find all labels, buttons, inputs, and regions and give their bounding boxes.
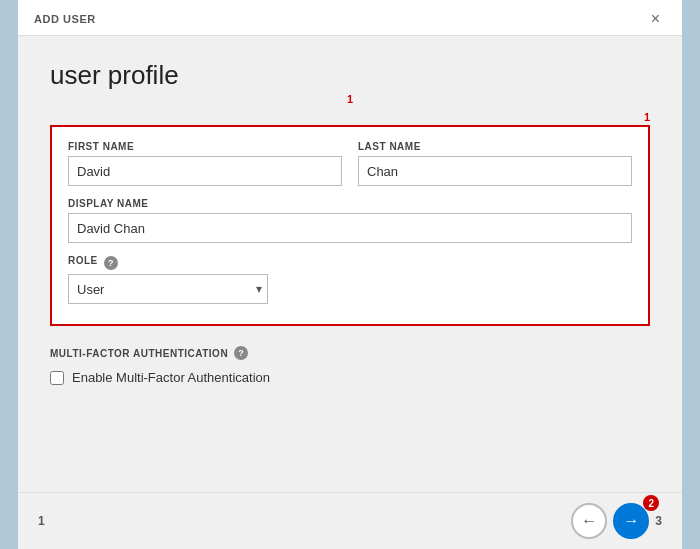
next-button[interactable]: → (613, 503, 649, 539)
mfa-title: MULTI-FACTOR AUTHENTICATION (50, 348, 228, 359)
display-name-row: DISPLAY NAME (68, 198, 632, 243)
role-row: ROLE ? User Admin Guest ▾ (68, 255, 632, 304)
first-name-label: FIRST NAME (68, 141, 342, 152)
dialog-content: user profile 1 1 FIRST NAME LAST NAME DI… (18, 36, 682, 492)
role-select-wrapper: User Admin Guest ▾ (68, 274, 268, 304)
user-profile-section: FIRST NAME LAST NAME DISPLAY NAME (50, 125, 650, 326)
first-name-group: FIRST NAME (68, 141, 342, 186)
first-name-input[interactable] (68, 156, 342, 186)
mfa-label-row: MULTI-FACTOR AUTHENTICATION ? (50, 346, 650, 360)
last-name-group: LAST NAME (358, 141, 632, 186)
mfa-help-icon[interactable]: ? (234, 346, 248, 360)
close-button[interactable]: × (645, 9, 666, 29)
dialog-footer: 1 ← → 2 3 (18, 492, 682, 549)
back-button[interactable]: ← (571, 503, 607, 539)
nav-buttons: ← → 2 3 (571, 503, 662, 539)
last-name-label: LAST NAME (358, 141, 632, 152)
mfa-checkbox-row: Enable Multi-Factor Authentication (50, 370, 650, 385)
dialog-header: ADD USER × (18, 0, 682, 36)
display-name-group: DISPLAY NAME (68, 198, 632, 243)
role-label: ROLE (68, 255, 98, 266)
role-help-icon[interactable]: ? (104, 256, 118, 270)
mfa-checkbox-label[interactable]: Enable Multi-Factor Authentication (72, 370, 270, 385)
page-title: user profile (50, 60, 650, 91)
footer-step-number: 1 (38, 514, 45, 528)
last-name-input[interactable] (358, 156, 632, 186)
display-name-input[interactable] (68, 213, 632, 243)
section-step-badge: 1 (347, 93, 353, 105)
next-step-badge: 2 (643, 495, 659, 511)
role-select[interactable]: User Admin Guest (68, 274, 268, 304)
role-label-row: ROLE ? (68, 255, 632, 270)
dialog-title: ADD USER (34, 13, 96, 25)
mfa-section: MULTI-FACTOR AUTHENTICATION ? Enable Mul… (50, 346, 650, 385)
name-row: FIRST NAME LAST NAME (68, 141, 632, 186)
next-btn-wrapper: → 2 (613, 503, 649, 539)
role-group: ROLE ? User Admin Guest ▾ (68, 255, 632, 304)
footer-step-end: 3 (655, 514, 662, 528)
display-name-label: DISPLAY NAME (68, 198, 632, 209)
mfa-checkbox[interactable] (50, 371, 64, 385)
